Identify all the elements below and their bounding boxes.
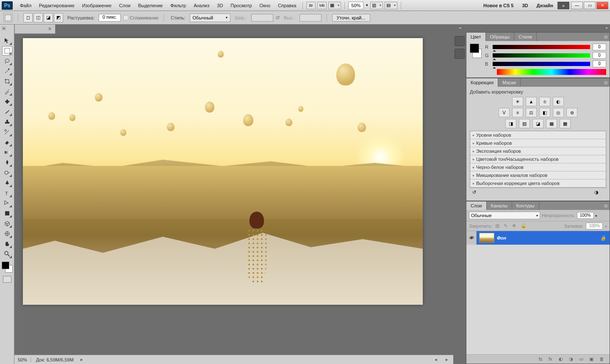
hand-tool[interactable]	[2, 239, 12, 248]
fill-input[interactable]: 100%	[586, 223, 603, 229]
tab-adjustments[interactable]: Коррекция	[466, 78, 498, 87]
tab-paths[interactable]: Контуры	[512, 201, 539, 210]
panel-menu-icon[interactable]: ▤	[602, 33, 610, 41]
crop-tool[interactable]	[2, 77, 12, 86]
r-value[interactable]: 0	[593, 44, 606, 50]
pen-tool[interactable]	[2, 178, 12, 188]
menu-window[interactable]: Окно	[256, 1, 274, 10]
g-slider[interactable]	[493, 53, 590, 58]
adjustment-layer-icon[interactable]: ◑	[569, 356, 576, 362]
selection-new-icon[interactable]: ◻	[23, 13, 33, 22]
new-layer-icon[interactable]: ▣	[589, 356, 596, 362]
menu-select[interactable]: Выделение	[134, 1, 166, 10]
tab-styles[interactable]: Стили	[514, 33, 537, 41]
window-minimize[interactable]: —	[571, 2, 583, 9]
3d-camera-tool[interactable]	[2, 229, 12, 238]
refine-edge-button[interactable]: Уточн. край...	[332, 14, 370, 22]
posterize-icon[interactable]: ▨	[519, 119, 530, 128]
window-maximize[interactable]: ▭	[584, 2, 596, 9]
color-spectrum[interactable]	[497, 69, 606, 75]
delete-layer-icon[interactable]: 🗑	[599, 356, 606, 362]
vibrance-icon[interactable]: V	[499, 108, 510, 117]
lock-transparency-icon[interactable]: ▧	[495, 223, 501, 229]
threshold-icon[interactable]: ◪	[532, 119, 543, 128]
window-close[interactable]: ✕	[596, 2, 608, 9]
menu-edit[interactable]: Редактирование	[35, 1, 78, 10]
hue-icon[interactable]: ≡	[512, 108, 523, 117]
preset-levels[interactable]: Уровни наборов	[470, 131, 606, 139]
history-brush-tool[interactable]	[2, 127, 12, 137]
menu-3d[interactable]: 3D	[213, 1, 227, 10]
stamp-tool[interactable]	[2, 117, 12, 127]
preset-channel[interactable]: Микширование каналов наборов	[470, 171, 606, 179]
exposure-icon[interactable]: ◐	[553, 97, 564, 106]
chevron-icon[interactable]: ▸	[596, 214, 597, 218]
bridge-icon[interactable]: Br	[306, 2, 316, 9]
selective-color-icon[interactable]: ▩	[560, 119, 571, 128]
panel-menu-icon[interactable]: ▤	[602, 78, 610, 87]
status-zoom[interactable]: 50%	[18, 357, 31, 362]
panel-menu-icon[interactable]: ▤	[602, 201, 610, 210]
brush-tool[interactable]	[2, 107, 12, 116]
zoom-tool[interactable]	[2, 249, 12, 259]
path-tool[interactable]	[2, 199, 12, 208]
menu-analysis[interactable]: Анализ	[190, 1, 213, 10]
r-slider[interactable]	[493, 45, 590, 49]
tab-layers[interactable]: Слои	[466, 201, 487, 210]
menu-image[interactable]: Изображение	[78, 1, 115, 10]
b-value[interactable]: 0	[593, 61, 606, 67]
current-tool-icon[interactable]	[3, 13, 13, 22]
3d-tool[interactable]	[2, 219, 12, 228]
tab-masks[interactable]: Маски	[498, 78, 521, 87]
layer-row-background[interactable]: 👁 Фон 🔒	[466, 231, 610, 245]
adj-reset-icon[interactable]: ↺	[472, 190, 482, 196]
workspace-new[interactable]: Новое в CS 5	[479, 1, 518, 10]
brightness-icon[interactable]: ☀	[512, 97, 523, 106]
layer-group-icon[interactable]: ▭	[579, 356, 586, 362]
zoom-level[interactable]: 50%	[348, 2, 363, 9]
chevron-down-icon[interactable]: ▼	[364, 3, 369, 7]
feather-input[interactable]: 0 пикс.	[99, 14, 121, 22]
scroll-right-icon[interactable]: ▸	[444, 357, 450, 362]
channel-mixer-icon[interactable]: ⊚	[566, 108, 577, 117]
marquee-tool[interactable]	[2, 46, 12, 55]
lock-all-icon[interactable]: 🔒	[521, 223, 527, 229]
balance-icon[interactable]: ⚖	[526, 108, 537, 117]
selection-add-icon[interactable]: ◫	[33, 13, 43, 22]
history-panel-icon[interactable]	[455, 36, 465, 46]
selection-intersect-icon[interactable]: ◩	[54, 13, 63, 22]
tab-swatches[interactable]: Образцы	[486, 33, 514, 41]
lasso-tool[interactable]	[2, 56, 12, 66]
layer-thumbnail[interactable]	[479, 233, 494, 243]
preset-selective[interactable]: Выборочная коррекция цвета наборов	[470, 179, 606, 188]
workspace-more-icon[interactable]: »	[557, 2, 569, 9]
menu-layer[interactable]: Слои	[115, 1, 134, 10]
wand-tool[interactable]	[2, 66, 12, 76]
chevron-icon[interactable]: ▸	[605, 224, 607, 228]
close-icon[interactable]: ✕	[48, 26, 52, 32]
bw-icon[interactable]: ◧	[539, 108, 550, 117]
adj-clip-icon[interactable]: ◑	[594, 190, 604, 196]
menu-help[interactable]: Справка	[274, 1, 300, 10]
layer-fx-icon[interactable]: fx	[549, 356, 555, 362]
g-value[interactable]: 0	[593, 52, 606, 59]
opacity-input[interactable]: 100%	[577, 212, 594, 219]
canvas[interactable]	[23, 38, 423, 305]
healing-tool[interactable]	[2, 97, 12, 106]
selection-subtract-icon[interactable]: ◪	[44, 13, 53, 22]
gradient-tool[interactable]	[2, 148, 12, 157]
document-tab[interactable]: ✕	[14, 25, 55, 34]
link-layers-icon[interactable]: ⇆	[538, 356, 545, 362]
preset-bw[interactable]: Черно-белое наборов	[470, 163, 606, 171]
blur-tool[interactable]	[2, 158, 12, 167]
menu-filter[interactable]: Фильтр	[166, 1, 190, 10]
actions-panel-icon[interactable]	[455, 49, 465, 59]
scroll-left-icon[interactable]: ◂	[433, 357, 439, 362]
quickmask-toggle[interactable]	[3, 276, 11, 283]
workspace-3d[interactable]: 3D	[518, 1, 532, 10]
eyedropper-tool[interactable]	[2, 87, 12, 96]
panel-color-swatch[interactable]	[470, 44, 482, 58]
menu-view[interactable]: Просмотр	[227, 1, 255, 10]
visibility-toggle[interactable]: 👁	[466, 231, 477, 245]
screen-mode-dropdown[interactable]: ▦	[328, 2, 341, 9]
